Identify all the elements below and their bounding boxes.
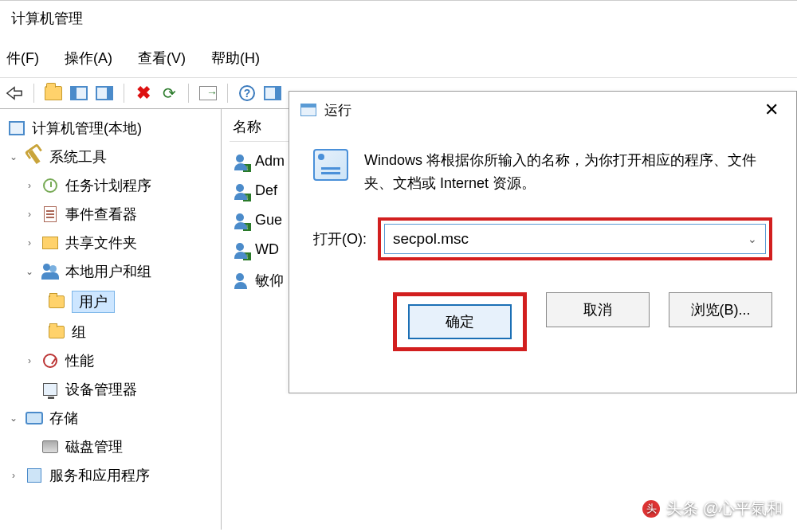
toolbar-separator — [227, 84, 228, 103]
tree-groups[interactable]: 组 — [0, 318, 221, 346]
tree-users[interactable]: 用户 — [0, 286, 221, 318]
tree-sharedfolders-label: 共享文件夹 — [65, 233, 137, 252]
run-input-highlight: ⌄ — [378, 217, 772, 260]
run-open-input[interactable] — [393, 230, 748, 248]
run-button-row: 确定 取消 浏览(B)... — [289, 268, 796, 359]
expand-icon[interactable]: › — [24, 237, 35, 248]
tree-devmgr-label: 设备管理器 — [65, 380, 137, 399]
collapse-icon[interactable]: ⌄ — [8, 413, 19, 424]
collapse-icon[interactable]: ⌄ — [24, 266, 35, 277]
watermark-icon: 头 — [642, 500, 660, 518]
run-input-row: 打开(O): ⌄ — [289, 203, 796, 268]
window-title-bar: 计算机管理 — [0, 0, 797, 36]
tree-storage[interactable]: ⌄ 存储 — [0, 404, 221, 432]
ok-button-highlight: 确定 — [393, 292, 527, 351]
tree-eventviewer-label: 事件查看器 — [65, 205, 137, 224]
tree-performance-label: 性能 — [65, 351, 94, 370]
tree-localusers[interactable]: ⌄ 本地用户和组 — [0, 257, 221, 286]
ok-button[interactable]: 确定 — [408, 304, 512, 339]
open-folder-icon[interactable] — [44, 84, 63, 103]
refresh-icon[interactable]: ⟳ — [159, 84, 179, 103]
list-item-label: Adm — [255, 153, 285, 170]
run-dialog: 运行 ✕ Windows 将根据你所输入的名称，为你打开相应的程序、文件夹、文档… — [289, 91, 797, 393]
tree-services[interactable]: › 服务和应用程序 — [0, 461, 221, 490]
tree-groups-label: 组 — [72, 323, 86, 342]
computer-mgmt-icon — [9, 121, 25, 135]
disk-icon — [42, 440, 58, 453]
delete-icon[interactable]: ✖ — [134, 84, 153, 103]
list-item-label: WD — [255, 241, 279, 258]
storage-icon — [26, 412, 43, 424]
menu-help[interactable]: 帮助(H) — [206, 47, 265, 69]
menu-file[interactable]: 件(F) — [2, 47, 44, 69]
user-icon: ↓ — [233, 242, 249, 258]
services-icon — [27, 468, 41, 483]
expand-icon[interactable]: › — [24, 209, 35, 220]
gauge-icon — [43, 354, 57, 368]
folder-icon — [49, 326, 65, 338]
tree-systools-label: 系统工具 — [49, 147, 107, 166]
tree-storage-label: 存储 — [49, 409, 78, 428]
run-title-bar: 运行 ✕ — [289, 92, 796, 128]
menu-action[interactable]: 操作(A) — [60, 47, 117, 69]
list-item-label: 敏仰 — [255, 271, 284, 290]
cancel-button[interactable]: 取消 — [546, 292, 650, 327]
run-open-label: 打开(O): — [313, 229, 367, 248]
panel-left-icon[interactable] — [69, 84, 88, 103]
panel-toggle-icon[interactable] — [263, 84, 282, 103]
panel-right-icon[interactable] — [95, 84, 114, 103]
share-icon — [42, 237, 58, 249]
help-icon[interactable]: ? — [238, 84, 257, 103]
tree-services-label: 服务和应用程序 — [49, 466, 150, 485]
chevron-down-icon[interactable]: ⌄ — [748, 233, 757, 245]
menu-view[interactable]: 查看(V) — [133, 47, 190, 69]
users-icon — [41, 264, 59, 280]
toolbar-separator — [188, 84, 189, 103]
watermark-text: 头条 @心平氣和 — [666, 498, 783, 519]
expand-icon[interactable]: › — [24, 180, 35, 191]
clock-icon — [43, 178, 57, 193]
run-open-combobox[interactable]: ⌄ — [384, 224, 766, 254]
list-item-label: Def — [255, 182, 277, 199]
tree-tasksched[interactable]: › 任务计划程序 — [0, 171, 221, 200]
tree-users-label: 用户 — [72, 291, 115, 313]
tree-root[interactable]: 计算机管理(本地) — [0, 114, 221, 143]
wrench-icon — [28, 150, 40, 164]
tree-systools[interactable]: ⌄ 系统工具 — [0, 143, 221, 171]
user-icon: ↓ — [233, 213, 249, 229]
tree-tasksched-label: 任务计划程序 — [65, 176, 151, 195]
tree-performance[interactable]: › 性能 — [0, 346, 221, 375]
watermark: 头 头条 @心平氣和 — [642, 498, 783, 519]
run-description: Windows 将根据你所输入的名称，为你打开相应的程序、文件夹、文档或 Int… — [364, 149, 772, 195]
tree-sidebar: 计算机管理(本地) ⌄ 系统工具 › 任务计划程序 › 事件查看器 › 共享文件… — [0, 109, 222, 530]
user-icon: ↓ — [233, 183, 249, 199]
toolbar-separator — [33, 84, 34, 103]
menu-bar: 件(F) 操作(A) 查看(V) 帮助(H) — [0, 36, 797, 77]
export-icon[interactable] — [198, 84, 218, 103]
tree-root-label: 计算机管理(本地) — [32, 119, 142, 138]
list-item-label: Gue — [255, 212, 282, 229]
tree-devmgr[interactable]: 设备管理器 — [0, 375, 221, 404]
tree-localusers-label: 本地用户和组 — [65, 262, 151, 281]
back-icon[interactable] — [5, 84, 24, 103]
device-icon — [43, 383, 57, 396]
run-app-icon — [300, 104, 316, 116]
close-button[interactable]: ✕ — [758, 98, 785, 122]
run-body: Windows 将根据你所输入的名称，为你打开相应的程序、文件夹、文档或 Int… — [289, 128, 796, 203]
expand-icon[interactable]: › — [8, 470, 19, 481]
run-title-text: 运行 — [324, 101, 351, 119]
window-title: 计算机管理 — [11, 10, 83, 26]
collapse-icon[interactable]: ⌄ — [8, 151, 19, 162]
user-icon — [233, 272, 249, 288]
user-icon: ↓ — [233, 154, 249, 170]
tree-diskmgmt-label: 磁盘管理 — [65, 437, 123, 456]
tree-sharedfolders[interactable]: › 共享文件夹 — [0, 229, 221, 257]
event-icon — [44, 206, 57, 222]
browse-button[interactable]: 浏览(B)... — [669, 292, 772, 327]
expand-icon[interactable]: › — [24, 355, 35, 366]
folder-icon — [49, 295, 65, 308]
tree-diskmgmt[interactable]: 磁盘管理 — [0, 432, 221, 461]
tree-eventviewer[interactable]: › 事件查看器 — [0, 200, 221, 229]
run-program-icon — [313, 149, 348, 181]
toolbar-separator — [124, 84, 124, 103]
